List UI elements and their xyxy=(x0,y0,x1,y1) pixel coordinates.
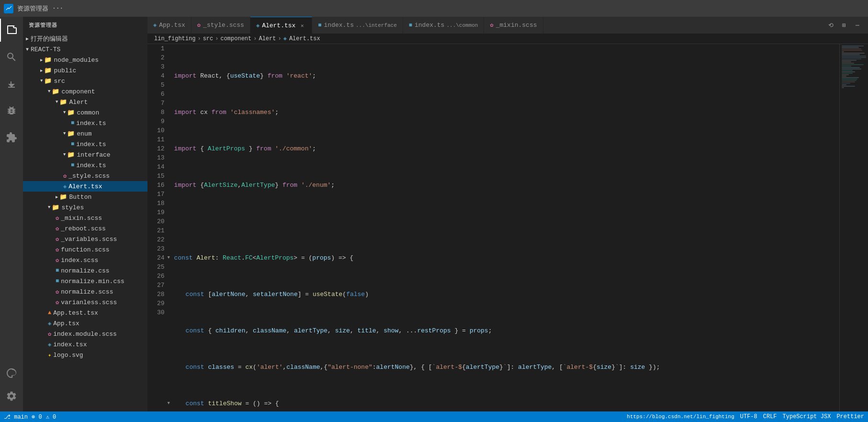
tree-item-node-modules[interactable]: ▶ 📁 node_modules xyxy=(23,55,147,65)
tree-item-logo-svg[interactable]: ✦ logo.svg xyxy=(23,350,147,360)
tree-item-index-module[interactable]: ✿ index.module.scss xyxy=(23,329,147,339)
tree-item-enum[interactable]: ▼ 📁 enum xyxy=(23,128,147,139)
style-scss-label: _style.scss xyxy=(68,172,110,180)
code-line-9: const classes = cx('alert',className,{"a… xyxy=(174,363,839,372)
tree-item-index-tsx[interactable]: ◈ index.tsx xyxy=(23,339,147,350)
tab-mixin-scss[interactable]: ✿ _mixin.scss xyxy=(484,17,543,34)
tree-item-enum-index[interactable]: ■ index.ts xyxy=(23,139,147,149)
tab-alert-tsx[interactable]: ◈ Alert.tsx ✕ xyxy=(250,17,312,34)
tree-item-component[interactable]: ▼ 📁 component xyxy=(23,86,147,97)
interface-label: interface xyxy=(77,151,110,159)
bc-alert[interactable]: Alert xyxy=(259,35,276,42)
tree-item-app-test[interactable]: ▲ App.test.tsx xyxy=(23,308,147,318)
tree-item-index-scss[interactable]: ✿ index.scss xyxy=(23,255,147,265)
tree-item-style-scss[interactable]: ✿ _style.scss xyxy=(23,171,147,181)
sidebar: 资源管理器 ▶ 打开的编辑器 ▼ REACT-TS ▶ 📁 node_modul… xyxy=(23,17,147,411)
tree-item-src[interactable]: ▼ 📁 src xyxy=(23,76,147,86)
code-content: import React, {useState} from 'react'; i… xyxy=(170,44,839,411)
minimap-content xyxy=(840,44,868,90)
tree-item-app-tsx[interactable]: ◈ App.tsx xyxy=(23,318,147,329)
error-count[interactable]: ⊗ 0 xyxy=(32,413,42,421)
more-button[interactable]: ··· xyxy=(52,5,63,12)
tree-item-normalize-css[interactable]: ■ normalize.css xyxy=(23,265,147,276)
git-branch[interactable]: ⎇ main xyxy=(4,413,28,421)
code-line-3: import { AlertProps } from './common'; xyxy=(174,144,839,153)
tab-scss-icon2: ✿ xyxy=(490,22,493,29)
sidebar-header: 资源管理器 xyxy=(23,17,147,34)
scss-icon: ✿ xyxy=(56,299,59,306)
folder-icon: 📁 xyxy=(52,204,59,211)
tree-item-reboot[interactable]: ✿ _reboot.scss xyxy=(23,223,147,234)
tab-ts-icon: ■ xyxy=(318,22,321,29)
tree-item-styles[interactable]: ▼ 📁 styles xyxy=(23,202,147,213)
tab-close-button[interactable]: ✕ xyxy=(298,22,306,29)
status-prettier[interactable]: Prettier xyxy=(836,413,864,420)
title-text: 资源管理器 xyxy=(17,4,48,13)
bc-component[interactable]: component xyxy=(220,35,251,42)
project-name-label: REACT-TS xyxy=(31,46,60,53)
status-encoding[interactable]: UTF-8 xyxy=(740,413,757,420)
node-modules-label: node_modules xyxy=(54,57,99,64)
warning-count[interactable]: ⚠ 0 xyxy=(46,413,56,421)
scss-icon: ✿ xyxy=(56,215,59,222)
tree-item-public[interactable]: ▶ 📁 public xyxy=(23,65,147,76)
tabs-bar: ◈ App.tsx ✿ _style.scss ◈ Alert.tsx ✕ ■ … xyxy=(147,17,868,34)
tab-app-tsx[interactable]: ◈ App.tsx xyxy=(147,17,192,34)
tab-scss-icon: ✿ xyxy=(197,22,201,29)
folder-icon: 📁 xyxy=(67,109,75,116)
project-toggle[interactable]: ▼ REACT-TS xyxy=(23,44,147,55)
tab-index-common[interactable]: ■ index.ts ...\common xyxy=(403,17,485,34)
code-editor[interactable]: 1 2 3 4 5 6 7 8 9 10 11 12 13 14 15 16 1… xyxy=(147,44,868,411)
code-line-10: ▼ const titleShow = () => { xyxy=(174,399,839,408)
variables-label: _variables.scss xyxy=(61,236,117,243)
activity-bottom-1[interactable] xyxy=(0,362,23,385)
tree-item-mixin[interactable]: ✿ _mixin.scss xyxy=(23,213,147,223)
bc-sep3: › xyxy=(253,35,257,42)
code-line-5 xyxy=(174,217,839,226)
bc-alert-tsx[interactable]: Alert.tsx xyxy=(289,35,320,42)
open-editors-toggle[interactable]: ▶ 打开的编辑器 xyxy=(23,34,147,44)
tab-style-scss[interactable]: ✿ _style.scss xyxy=(192,17,250,34)
code-line-1: import React, {useState} from 'react'; xyxy=(174,71,839,80)
tab-split-button[interactable]: ⊞ xyxy=(837,19,851,32)
activity-extensions[interactable] xyxy=(0,126,23,149)
breadcrumb: lin_fighting › src › component › Alert ›… xyxy=(147,34,868,44)
activity-explorer[interactable] xyxy=(0,19,23,42)
chevron-down-icon: ▼ xyxy=(26,47,29,52)
bc-sep1: › xyxy=(197,35,201,42)
tsx-icon: ◈ xyxy=(48,320,51,327)
tsx-icon: ◈ xyxy=(48,341,51,348)
activity-git[interactable] xyxy=(0,72,23,95)
app-tsx-label: App.tsx xyxy=(53,320,79,327)
tree-item-function-scss[interactable]: ✿ function.scss xyxy=(23,244,147,255)
chevron-right-icon: ▶ xyxy=(26,36,29,42)
activity-search[interactable] xyxy=(0,46,23,68)
tree-item-alert[interactable]: ▼ 📁 Alert xyxy=(23,97,147,107)
test-icon: ▲ xyxy=(48,309,51,316)
status-eol[interactable]: CRLF xyxy=(763,413,777,420)
tab-suffix-common: ...\common xyxy=(446,23,478,28)
tree-item-variables[interactable]: ✿ _variables.scss xyxy=(23,234,147,244)
tree-item-normalize-min-css[interactable]: ■ normalize.min.css xyxy=(23,276,147,286)
tab-more-button[interactable]: ⋯ xyxy=(851,19,864,32)
activity-settings[interactable] xyxy=(0,385,23,408)
varianless-label: varianless.scss xyxy=(61,299,117,306)
logo-svg-label: logo.svg xyxy=(53,352,83,359)
activity-debug[interactable] xyxy=(0,99,23,122)
enum-label: enum xyxy=(77,130,91,137)
tree-item-alert-tsx[interactable]: ◈ Alert.tsx xyxy=(23,181,147,192)
tab-index-interface[interactable]: ■ index.ts ...\interface xyxy=(312,17,403,34)
tree-item-interface-index[interactable]: ■ index.ts xyxy=(23,160,147,171)
tree-item-varianless[interactable]: ✿ varianless.scss xyxy=(23,297,147,308)
tab-history-button[interactable]: ⟲ xyxy=(824,19,837,32)
bc-src[interactable]: src xyxy=(203,35,214,42)
tree-item-button[interactable]: ▶ 📁 Button xyxy=(23,192,147,202)
scss-icon: ✿ xyxy=(56,257,59,264)
tree-item-common[interactable]: ▼ 📁 common xyxy=(23,107,147,118)
bc-lin-fighting[interactable]: lin_fighting xyxy=(154,35,195,42)
status-language[interactable]: TypeScript JSX xyxy=(783,413,831,420)
tree-item-common-index[interactable]: ■ index.ts xyxy=(23,118,147,128)
status-left: ⎇ main ⊗ 0 ⚠ 0 xyxy=(4,413,56,421)
tree-item-interface[interactable]: ▼ 📁 interface xyxy=(23,149,147,160)
tree-item-normalize-scss[interactable]: ✿ normalize.scss xyxy=(23,286,147,297)
